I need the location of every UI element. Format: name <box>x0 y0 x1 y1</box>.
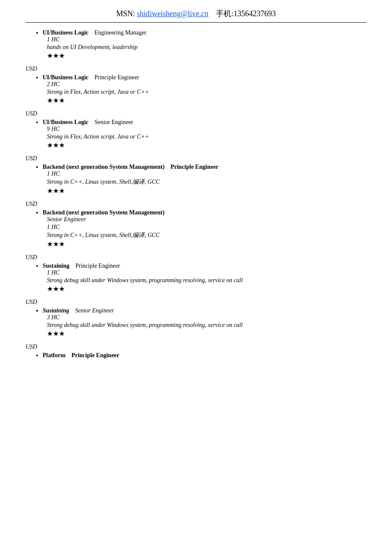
job-title-item-2: UI/Business Logic Principle Engineer <box>43 74 366 81</box>
header-text: MSN: shidiweisheng@live.cn 手机:1356423769… <box>116 9 276 18</box>
msn-label: MSN: <box>116 9 135 18</box>
job-role-7: Senior Engineer <box>75 307 114 314</box>
job-section-3: UI/Business Logic Senior Engineer 9 HC S… <box>26 119 366 149</box>
job-category-6: Sustaining <box>43 263 69 269</box>
stars-3: ★★★ <box>47 141 366 149</box>
job-bullet-list-7: Sustaining Senior Engineer <box>43 307 366 314</box>
job-section-6: Sustaining Principle Engineer 1 HC Stron… <box>26 263 366 293</box>
job-section-1: UI/Business Logic Engineering Manager 1 … <box>26 29 366 60</box>
phone-number: 13564237693 <box>233 9 276 18</box>
job-bullet-list-4: Backend (next generation System Manageme… <box>43 164 366 171</box>
req-7: Strong debug skill under Windows system,… <box>47 322 366 329</box>
stars-7: ★★★ <box>47 330 366 338</box>
job-category-3: UI/Business Logic <box>43 119 89 125</box>
job-category-4: Backend (next generation System Manageme… <box>43 164 164 170</box>
stars-1: ★★★ <box>47 52 366 60</box>
job-section-2: UI/Business Logic Principle Engineer 2 H… <box>26 74 366 104</box>
job-title-item-7: Sustaining Senior Engineer <box>43 307 366 314</box>
currency-6: USD <box>26 254 366 261</box>
currency-7: USD <box>26 299 366 306</box>
req-6: Strong debug skill under Windows system,… <box>47 277 366 284</box>
job-bullet-list-5: Backend (next generation System Manageme… <box>43 209 366 216</box>
job-role-3: Senior Engineer <box>95 119 133 125</box>
stars-6: ★★★ <box>47 285 366 293</box>
email-link[interactable]: shidiweisheng@live.cn <box>137 9 208 18</box>
req-2: Strong in Flex, Action script, Java or C… <box>47 89 366 95</box>
job-role-5: Senior Engineer <box>47 216 366 223</box>
job-bullet-list-1: UI/Business Logic Engineering Manager <box>43 29 366 36</box>
job-bullet-list-6: Sustaining Principle Engineer <box>43 263 366 269</box>
hc-5: 1 HC <box>47 224 366 231</box>
currency-5: USD <box>26 201 366 208</box>
job-role-4: Principle Engineer <box>170 164 218 170</box>
job-bullet-list-3: UI/Business Logic Senior Engineer <box>43 119 366 126</box>
job-category-8: Platform <box>43 352 66 358</box>
job-role-2: Principle Engineer <box>95 74 139 81</box>
phone-label: 手机: <box>216 9 233 18</box>
job-category-5: Backend (next generation System Manageme… <box>43 209 164 216</box>
stars-5: ★★★ <box>47 240 366 248</box>
req-3: Strong in Flex, Action script, Java or C… <box>47 133 366 140</box>
req-1: hands on UI Development, leadership <box>47 44 366 51</box>
job-role-8: Principle Engineer <box>72 352 119 358</box>
req-5: Strong in C++, Linux system, Shell,编译, G… <box>47 231 366 239</box>
hc-1: 1 HC <box>47 36 366 43</box>
req-4: Strong in C++, Linux system, Shell,编译, G… <box>47 178 366 186</box>
stars-4: ★★★ <box>47 187 366 195</box>
job-title-item-3: UI/Business Logic Senior Engineer <box>43 119 366 126</box>
job-section-5: Backend (next generation System Manageme… <box>26 209 366 248</box>
job-section-4: Backend (next generation System Manageme… <box>26 164 366 195</box>
hc-6: 1 HC <box>47 269 366 276</box>
job-title-item-8: Platform Principle Engineer <box>43 352 366 359</box>
job-title-item-5: Backend (next generation System Manageme… <box>43 209 366 216</box>
currency-4: USD <box>26 155 366 162</box>
job-category-1: UI/Business Logic <box>43 29 89 36</box>
currency-2: USD <box>26 66 366 72</box>
job-title-item-1: UI/Business Logic Engineering Manager <box>43 29 366 36</box>
job-title-item-6: Sustaining Principle Engineer <box>43 263 366 269</box>
hc-3: 9 HC <box>47 126 366 133</box>
hc-2: 2 HC <box>47 81 366 88</box>
job-category-7: Sustaining <box>43 307 69 314</box>
stars-2: ★★★ <box>47 96 366 104</box>
job-bullet-list-8: Platform Principle Engineer <box>43 352 366 359</box>
job-title-item-4: Backend (next generation System Manageme… <box>43 164 366 171</box>
header: MSN: shidiweisheng@live.cn 手机:1356423769… <box>26 9 366 23</box>
job-category-2: UI/Business Logic <box>43 74 89 81</box>
hc-4: 1 HC <box>47 171 366 177</box>
currency-3: USD <box>26 110 366 117</box>
hc-7: 3 HC <box>47 314 366 321</box>
job-section-7: Sustaining Senior Engineer 3 HC Strong d… <box>26 307 366 338</box>
job-role-1: Engineering Manager <box>95 29 147 36</box>
job-section-8: Platform Principle Engineer <box>26 352 366 359</box>
job-role-6: Principle Engineer <box>75 263 120 269</box>
job-bullet-list-2: UI/Business Logic Principle Engineer <box>43 74 366 81</box>
currency-8: USD <box>26 344 366 350</box>
